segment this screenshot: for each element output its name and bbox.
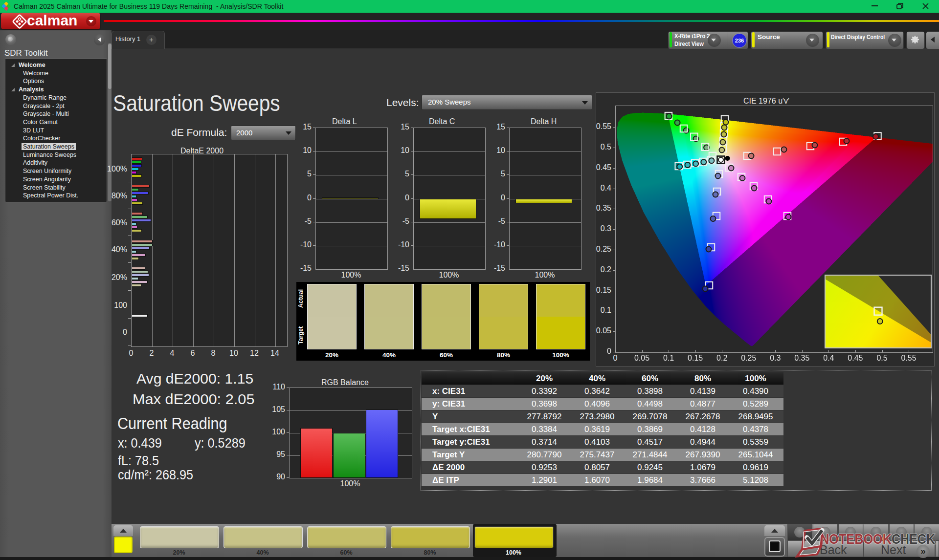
svg-text:NOTEBOOK: NOTEBOOK [820, 531, 892, 547]
svg-text:CHECK: CHECK [892, 531, 935, 547]
